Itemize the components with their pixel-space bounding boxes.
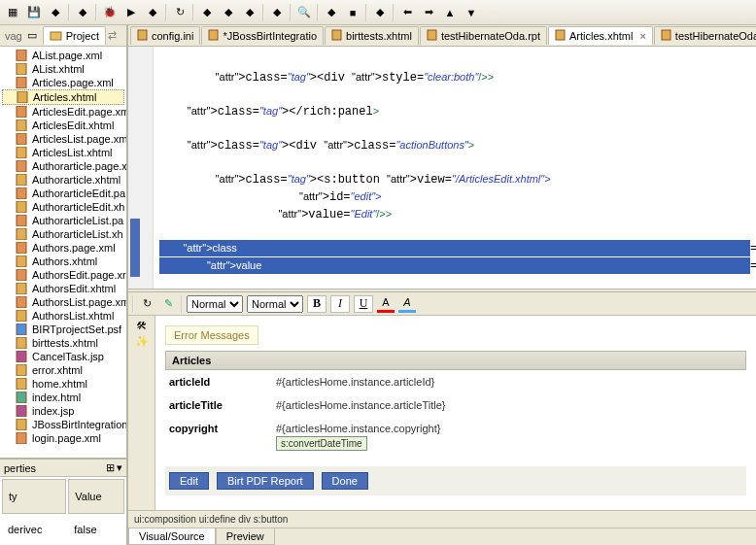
save-icon[interactable]: 💾 (25, 4, 43, 21)
tab-visual-source[interactable]: Visual/Source (128, 528, 216, 545)
svg-rect-8 (17, 147, 26, 158)
link-icon[interactable]: ⇄ (108, 29, 121, 43)
editor-tab[interactable]: config.ini (130, 26, 200, 45)
svg-rect-12 (17, 201, 26, 213)
search-icon[interactable]: 🔍 (295, 4, 313, 21)
tree-item[interactable]: AuthorarticleEdit.pa (2, 187, 124, 200)
tree-item[interactable]: AuthorarticleList.pa (2, 214, 124, 227)
tasks-icon[interactable]: ◆ (371, 4, 389, 21)
tree-item[interactable]: login.page.xml (2, 431, 124, 445)
italic-button[interactable]: I (330, 295, 350, 313)
tree-item[interactable]: AuthorsEdit.xhtml (2, 282, 124, 295)
tree-item[interactable]: Authorarticle.xhtml (2, 173, 124, 187)
tree-item[interactable]: index.jsp (2, 404, 124, 418)
sync-icon[interactable]: ↻ (171, 4, 189, 21)
action-button[interactable]: Birt PDF Report (217, 472, 314, 490)
refresh-icon[interactable]: ↻ (138, 295, 155, 313)
tree-item[interactable]: ArticlesList.page.xm (2, 132, 124, 146)
editor-tab[interactable]: Articles.xhtml× (548, 26, 653, 45)
down-icon[interactable]: ▼ (463, 4, 480, 21)
code-editor[interactable]: "attr">class="tag"><div "attr">style="cl… (128, 47, 756, 289)
file-xml-icon (16, 106, 29, 118)
new-srv-icon[interactable]: ◆ (198, 4, 216, 21)
tree-item[interactable]: Authors.xhtml (2, 255, 124, 268)
breadcrumb[interactable]: ui:composition ui:define div s:button (128, 510, 756, 528)
props-menu-icon[interactable]: ▾ (117, 461, 122, 474)
field-value: #{articlesHome.instance.articleId} (276, 376, 434, 388)
run-icon[interactable]: ▶ (122, 4, 140, 21)
action-buttons-row: EditBirt PDF ReportDone (165, 466, 746, 495)
editor-tab[interactable]: testHibernateOda.rpt (420, 26, 547, 45)
svg-rect-23 (17, 351, 26, 362)
editor-tab[interactable]: birttests.xhtml (325, 26, 419, 45)
tools-icon[interactable]: 🛠 (136, 320, 147, 331)
editor-tab[interactable]: *JBossBirtIntegratio (201, 26, 324, 45)
tree-item[interactable]: ArticlesEdit.xhtml (2, 119, 124, 132)
tree-item[interactable]: Articles.page.xml (2, 76, 124, 89)
new-comp-icon[interactable]: ◆ (220, 4, 237, 21)
bold-button[interactable]: B (307, 295, 326, 313)
folder-icon (50, 29, 63, 43)
tree-item[interactable]: AuthorarticleEdit.xh (2, 200, 124, 214)
fwd-icon[interactable]: ➡ (420, 4, 437, 21)
action-button[interactable]: Done (322, 472, 368, 490)
svg-rect-10 (17, 174, 26, 186)
i18n-icon[interactable]: ✎ (159, 295, 177, 313)
tree-item[interactable]: home.xhtml (2, 377, 124, 391)
tree-item[interactable]: AuthorsList.page.xm (2, 295, 124, 309)
tree-item[interactable]: CancelTask.jsp (2, 350, 124, 363)
editor-tab[interactable]: testHibernateOda.xht (654, 26, 756, 45)
tree-item[interactable]: Authors.page.xml (2, 241, 124, 255)
tree-item[interactable]: index.html (2, 391, 124, 404)
new-file-icon[interactable]: ◆ (241, 4, 258, 21)
tree-item[interactable]: ArticlesList.xhtml (2, 146, 124, 159)
converter-tag[interactable]: s:convertDateTime (276, 436, 367, 451)
fg-color-icon[interactable]: A (377, 295, 395, 313)
underline-button[interactable]: U (354, 295, 373, 313)
tree-item[interactable]: JBossBirtIntegration (2, 418, 124, 431)
tab-preview[interactable]: Preview (216, 528, 275, 545)
tree-item[interactable]: AList.page.xml (2, 49, 124, 62)
new-icon[interactable]: ▦ (4, 4, 21, 21)
minimize-icon[interactable]: ▭ (27, 29, 41, 43)
pkg-icon[interactable]: ◆ (74, 4, 91, 21)
close-icon[interactable]: × (639, 30, 645, 42)
svg-rect-16 (17, 255, 26, 267)
tree-item[interactable]: birttests.xhtml (2, 336, 124, 350)
next-icon[interactable]: ◆ (323, 4, 340, 21)
tree-item[interactable]: AuthorsEdit.page.xr (2, 268, 124, 282)
bg-color-icon[interactable]: A (398, 295, 416, 313)
debug-icon[interactable]: 🐞 (101, 4, 119, 21)
project-tree[interactable]: AList.page.xmlAList.xhtmlArticles.page.x… (0, 47, 126, 458)
run-ext-icon[interactable]: ◆ (144, 4, 161, 21)
svg-rect-0 (51, 32, 61, 40)
block-style-select[interactable]: Normal (187, 295, 243, 313)
file-psf-icon (16, 324, 29, 335)
project-tab[interactable]: Project (43, 26, 106, 45)
file-rpt-icon (427, 29, 438, 43)
file-xhtml-icon (16, 147, 29, 158)
properties-view: perties ⊞ ▾ tyValue derivecfalse (0, 458, 126, 545)
tree-item[interactable]: AuthorsList.xhtml (2, 309, 124, 323)
error-messages-tab[interactable]: Error Messages (165, 325, 258, 345)
file-xml-icon (16, 215, 29, 226)
tree-item[interactable]: Authorarticle.page.x (2, 159, 124, 173)
tree-item[interactable]: AList.xhtml (2, 62, 124, 76)
save-all-icon[interactable]: ◆ (47, 4, 64, 21)
tree-item[interactable]: Articles.xhtml (2, 89, 124, 105)
folder-nav-icon[interactable]: ◆ (268, 4, 286, 21)
back-icon[interactable]: ⬅ (398, 4, 416, 21)
action-button[interactable]: Edit (169, 472, 209, 490)
tree-item[interactable]: BIRTprojectSet.psf (2, 323, 124, 336)
up-icon[interactable]: ▲ (441, 4, 459, 21)
tree-item[interactable]: error.xhtml (2, 363, 124, 377)
inline-style-select[interactable]: Normal (247, 295, 303, 313)
tree-item[interactable]: AuthorarticleList.xh (2, 227, 124, 241)
svg-rect-17 (17, 269, 26, 281)
editor-tabs: config.ini*JBossBirtIntegratiobirttests.… (128, 25, 756, 47)
visual-preview[interactable]: Error Messages Articles articleId#{artic… (155, 316, 756, 510)
wand-icon[interactable]: ✨ (135, 335, 149, 348)
stop-icon[interactable]: ■ (344, 4, 361, 21)
tree-item[interactable]: ArticlesEdit.page.xm (2, 105, 124, 119)
props-toggle-icon[interactable]: ⊞ (106, 461, 115, 474)
